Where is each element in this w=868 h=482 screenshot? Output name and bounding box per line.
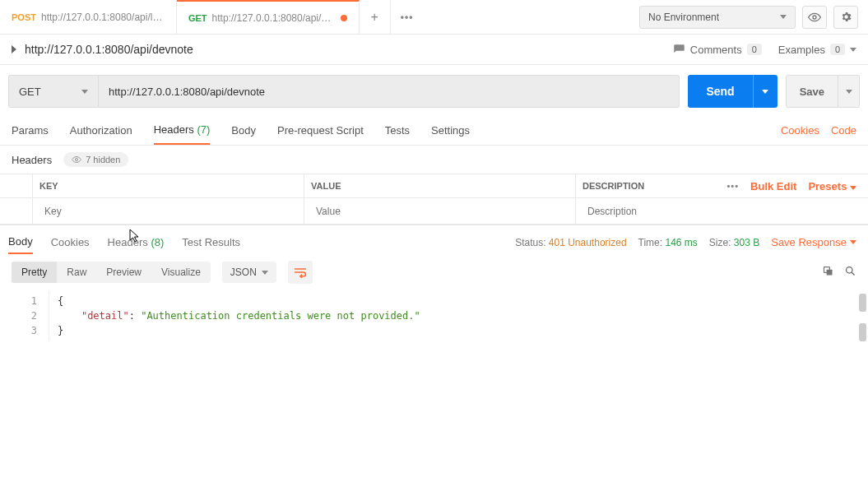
send-button[interactable]: Send [688, 75, 752, 108]
environment-group: No Environment [629, 0, 868, 34]
scrollbar-thumb[interactable] [859, 323, 866, 341]
presets-button[interactable]: Presets [808, 180, 856, 192]
headers-section-title: Headers [12, 154, 52, 166]
kv-new-row [0, 198, 868, 225]
tab-get-devnote[interactable]: GET http://127.0.0.1:8080/api/devno... [177, 0, 360, 34]
comment-icon [673, 44, 685, 56]
req-tab-prerequest[interactable]: Pre-request Script [277, 116, 364, 145]
body-mode-raw[interactable]: Raw [57, 262, 96, 283]
kv-table-header: KEY VALUE DESCRIPTION ••• Bulk Edit Pres… [0, 174, 868, 198]
copy-icon [822, 265, 834, 277]
svg-point-1 [76, 159, 78, 161]
body-mode-pretty[interactable]: Pretty [12, 262, 57, 283]
header-description-input[interactable] [583, 201, 868, 222]
line-number: 1 [0, 294, 37, 308]
column-value-heading: VALUE [304, 174, 576, 197]
json-value: "Authentication credentials were not pro… [141, 310, 420, 322]
chevron-down-icon [846, 90, 852, 94]
svg-point-0 [813, 16, 816, 19]
search-icon [844, 265, 856, 277]
new-tab-button[interactable]: + [360, 0, 391, 34]
eye-icon [808, 11, 821, 24]
search-response-button[interactable] [844, 265, 856, 280]
time-value: 146 ms [665, 237, 697, 248]
req-tab-params[interactable]: Params [12, 116, 49, 145]
send-split-button[interactable] [753, 75, 777, 108]
expand-arrow-icon[interactable] [12, 45, 16, 53]
http-method-select[interactable]: GET [8, 75, 99, 108]
body-view-mode-group: Pretty Raw Preview Visualize [12, 262, 211, 283]
header-key-input[interactable] [39, 201, 304, 222]
body-type-select[interactable]: JSON [222, 262, 276, 283]
chevron-down-icon [850, 186, 856, 190]
save-split-button[interactable] [838, 75, 860, 108]
req-tab-authorization[interactable]: Authorization [70, 116, 132, 145]
dirty-dot-icon [341, 15, 347, 21]
resp-tab-cookies[interactable]: Cookies [51, 231, 90, 253]
settings-button[interactable] [833, 6, 858, 29]
req-tab-tests[interactable]: Tests [385, 116, 410, 145]
req-tab-settings[interactable]: Settings [431, 116, 470, 145]
examples-button[interactable]: Examples 0 [778, 44, 856, 56]
column-key-heading: KEY [33, 174, 304, 197]
hidden-count-label: 7 hidden [86, 155, 120, 165]
environment-select[interactable]: No Environment [639, 6, 796, 29]
resp-tab-body[interactable]: Body [8, 230, 33, 254]
request-title: http://127.0.0.1:8080/api/devnote [25, 43, 193, 56]
response-code: { "detail": "Authentication credentials … [49, 290, 429, 341]
status-label: Status: [515, 237, 545, 248]
examples-count: 0 [830, 44, 845, 55]
body-mode-preview[interactable]: Preview [96, 262, 151, 283]
resp-tab-headers[interactable]: Headers (8) [108, 231, 165, 253]
req-tab-headers[interactable]: Headers (7) [154, 116, 211, 145]
req-tab-headers-count: (7) [197, 123, 210, 136]
chevron-down-icon [262, 271, 268, 275]
chevron-down-icon [850, 48, 856, 52]
gear-icon [840, 11, 852, 23]
save-response-button[interactable]: Save Response [771, 236, 856, 248]
time-label: Time: [638, 237, 663, 248]
environment-label: No Environment [648, 12, 719, 23]
method-badge: POST [12, 12, 36, 22]
line-number: 2 [0, 308, 37, 323]
tabs-overflow-button[interactable]: ••• [391, 12, 424, 23]
wrap-icon [294, 266, 307, 278]
code-link[interactable]: Code [831, 124, 856, 137]
comments-count: 0 [747, 44, 762, 55]
save-response-label: Save Response [771, 236, 847, 248]
svg-line-5 [852, 272, 854, 275]
tab-url-label: http://127.0.0.1:8080/api/login [41, 12, 165, 23]
request-title-group: http://127.0.0.1:8080/api/devnote [12, 43, 193, 56]
environment-preview-button[interactable] [802, 6, 827, 29]
scrollbar-thumb[interactable] [859, 294, 866, 312]
save-button[interactable]: Save [786, 75, 838, 108]
resp-tab-headers-label: Headers [108, 236, 148, 248]
tab-post-login[interactable]: POST http://127.0.0.1:8080/api/login [0, 0, 177, 34]
cookies-link[interactable]: Cookies [781, 124, 819, 137]
chevron-down-icon [81, 90, 88, 94]
response-body-viewer[interactable]: 1 2 3 { "detail": "Authentication creden… [0, 290, 868, 341]
resp-tab-test-results[interactable]: Test Results [182, 231, 240, 253]
svg-point-4 [847, 267, 853, 274]
comments-label: Comments [690, 44, 742, 56]
req-tab-headers-label: Headers [154, 123, 194, 136]
kv-more-button[interactable]: ••• [726, 181, 739, 191]
line-gutter: 1 2 3 [0, 290, 49, 341]
url-input[interactable] [99, 75, 680, 108]
json-key: "detail" [81, 310, 129, 322]
body-type-label: JSON [230, 266, 257, 278]
hidden-headers-toggle[interactable]: 7 hidden [63, 152, 128, 167]
open-tabs-row: POST http://127.0.0.1:8080/api/login GET… [0, 0, 629, 34]
body-mode-visualize[interactable]: Visualize [151, 262, 211, 283]
req-tab-body[interactable]: Body [231, 116, 256, 145]
presets-label: Presets [808, 180, 847, 192]
line-wrap-toggle[interactable] [288, 261, 313, 284]
resp-tab-headers-count: (8) [151, 236, 164, 248]
copy-response-button[interactable] [822, 265, 834, 280]
comments-button[interactable]: Comments 0 [673, 44, 762, 56]
header-value-input[interactable] [311, 201, 575, 222]
bulk-edit-link[interactable]: Bulk Edit [750, 180, 796, 192]
examples-label: Examples [778, 44, 825, 56]
chevron-down-icon [780, 15, 787, 19]
http-method-label: GET [19, 86, 41, 98]
